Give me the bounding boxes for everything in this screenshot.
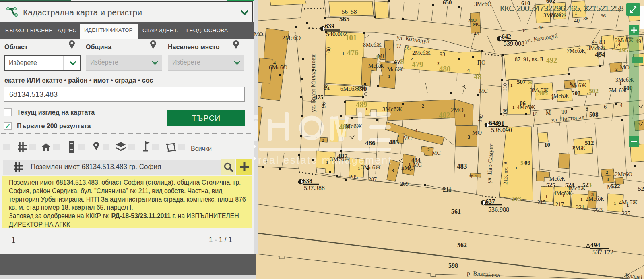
svg-text:МсбЖ: МсбЖ [368,63,384,69]
svg-text:44: 44 [522,27,527,33]
svg-text:110: 110 [502,83,508,92]
svg-text:1: 1 [614,201,616,206]
svg-text:2: 2 [427,147,430,152]
svg-text:1: 1 [365,106,368,111]
svg-text:46: 46 [474,31,479,37]
svg-text:225: 225 [622,210,630,217]
svg-text:гр.41: гр.41 [469,173,479,178]
svg-text:1: 1 [580,197,583,202]
svg-text:100: 100 [325,47,332,56]
svg-text:537.122: 537.122 [592,249,613,256]
svg-text:638: 638 [303,177,312,184]
svg-text:40: 40 [574,18,580,24]
svg-text:1: 1 [627,203,629,208]
svg-text:536.988: 536.988 [488,206,509,213]
svg-text:1: 1 [342,51,345,56]
svg-text:1: 1 [464,113,466,118]
svg-text:3МсбЖ: 3МсбЖ [587,45,606,51]
svg-text:480: 480 [439,65,451,73]
svg-text:3МсбЖ: 3МсбЖ [361,164,381,171]
svg-text:207: 207 [368,177,377,183]
svg-text:2: 2 [322,137,324,142]
svg-text:508: 508 [589,111,599,118]
svg-text:491: 491 [495,120,504,127]
svg-text:8: 8 [586,106,588,112]
svg-text:2: 2 [606,170,608,175]
svg-text:2: 2 [388,46,391,51]
svg-text:МС: МС [378,53,386,59]
svg-text:1: 1 [409,162,411,167]
svg-text:1: 1 [545,194,548,199]
svg-text:2МсбО: 2МсбО [282,35,301,41]
svg-text:МС: МС [432,150,441,156]
svg-text:3: 3 [591,192,594,197]
svg-text:7МсбЖ: 7МсбЖ [609,87,627,94]
svg-text:1: 1 [541,56,543,61]
svg-text:215: 215 [537,200,546,206]
svg-text:4: 4 [607,177,609,182]
svg-text:56–58: 56–58 [342,8,357,15]
svg-text:538.090: 538.090 [491,127,512,133]
svg-text:2: 2 [437,61,440,66]
svg-text:502: 502 [589,87,599,94]
svg-text:3: 3 [392,168,394,173]
svg-text:1: 1 [619,81,622,85]
svg-text:47: 47 [394,58,401,66]
svg-text:1: 1 [619,42,621,47]
svg-text:2: 2 [615,67,618,71]
svg-text:537.388: 537.388 [304,185,325,192]
svg-text:МО: МО [620,64,630,71]
svg-text:42: 42 [538,24,543,30]
svg-text:650: 650 [443,0,452,6]
svg-text:4: 4 [273,60,276,66]
svg-text:МсбЖ: МсбЖ [571,83,586,89]
svg-text:3МсбЖ: 3МсбЖ [543,12,562,19]
svg-text:494: 494 [595,51,605,58]
svg-text:205: 205 [349,174,358,180]
svg-text:ул. Братя Миладинови: ул. Братя Миладинови [310,54,316,112]
svg-text:1: 1 [358,166,360,171]
svg-text:6МсбО: 6МсбО [269,64,287,71]
svg-text:МС: МС [413,162,422,168]
svg-text:3МсбЖ: 3МсбЖ [330,156,350,162]
svg-text:598: 598 [448,262,458,269]
svg-text:96: 96 [320,102,327,108]
svg-text:97: 97 [396,43,401,49]
svg-text:2: 2 [411,56,413,61]
svg-text:482: 482 [439,111,450,119]
svg-text:2: 2 [422,103,424,109]
svg-text:1: 1 [510,83,513,87]
svg-text:476: 476 [347,48,359,57]
svg-text:4: 4 [467,67,470,73]
svg-text:14: 14 [532,111,538,117]
svg-text:211: 211 [443,186,452,193]
svg-text:10: 10 [561,109,567,115]
svg-text:2МсбЖ: 2МсбЖ [586,196,604,202]
svg-text:3: 3 [468,134,470,140]
svg-text:1: 1 [570,81,572,85]
svg-text:36: 36 [601,12,606,19]
svg-text:4: 4 [620,102,623,108]
svg-text:503: 503 [572,90,581,96]
svg-text:ж: ж [528,79,533,85]
svg-text:1: 1 [371,69,373,74]
svg-text:МО: МО [607,184,616,190]
svg-text:7МсбЖ,: 7МсбЖ, [567,48,586,54]
svg-text:101: 101 [345,33,357,42]
svg-text:4МсбЖ: 4МсбЖ [567,185,586,192]
svg-text:507: 507 [517,79,526,85]
svg-text:486: 486 [365,139,376,147]
svg-text:1: 1 [397,133,400,138]
svg-text:1: 1 [515,165,518,170]
svg-text:38: 38 [583,15,588,21]
svg-text:512: 512 [585,140,594,146]
svg-text:52: 52 [638,185,644,192]
svg-text:МС: МС [473,21,481,27]
svg-text:1: 1 [562,193,565,198]
svg-text:565: 565 [339,15,350,23]
svg-text:213, вх. А: 213, вх. А [502,160,509,185]
svg-text:93: 93 [440,52,445,58]
svg-text:МсбЖ: МсбЖ [387,67,403,73]
svg-text:МО: МО [472,129,482,136]
svg-text:5: 5 [520,160,524,166]
